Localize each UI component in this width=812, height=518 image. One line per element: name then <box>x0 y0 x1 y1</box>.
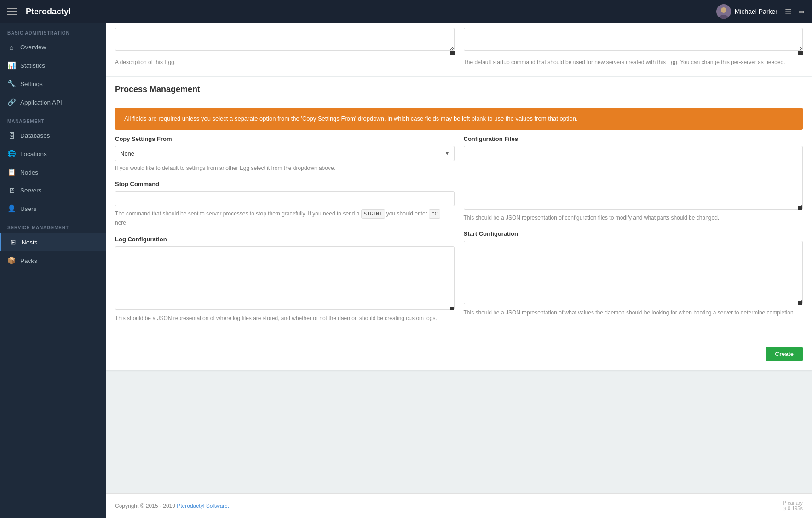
service-management-label: Service Management <box>0 218 106 233</box>
sidebar-item-databases[interactable]: 🗄 Databases <box>0 127 106 145</box>
sidebar-label-databases: Databases <box>20 132 50 139</box>
copyright-text: Copyright © 2015 - 2019 <box>115 503 177 509</box>
section-title: Process Management <box>115 85 803 94</box>
config-files-textarea[interactable] <box>464 146 803 210</box>
navbar-user: Michael Parker <box>716 4 777 19</box>
footer-copyright: Copyright © 2015 - 2019 Pterodactyl Soft… <box>115 503 229 509</box>
sidebar-item-overview[interactable]: ⌂ Overview <box>0 38 106 56</box>
log-config-textarea[interactable] <box>115 246 455 310</box>
stop-command-input[interactable] <box>115 191 455 206</box>
main-content: A description of this Egg. The default s… <box>106 23 812 518</box>
navbar-left: Pterodactyl <box>7 7 71 17</box>
sidebar: Basic Administration ⌂ Overview 📊 Statis… <box>0 23 106 518</box>
sidebar-item-nests[interactable]: ⊞ Nests <box>0 233 106 251</box>
app-brand: Pterodactyl <box>26 7 71 17</box>
start-config-label: Start Configuration <box>464 230 803 237</box>
config-files-resize-handle <box>798 206 802 210</box>
sidebar-label-statistics: Statistics <box>20 62 45 69</box>
egg-desc-text: A description of this Egg. <box>115 58 176 66</box>
nests-icon: ⊞ <box>9 238 17 246</box>
packs-icon: 📦 <box>7 256 16 265</box>
startup-cmd-col: The default startup command that should … <box>464 28 803 66</box>
stop-command-group: Stop Command The command that should be … <box>115 180 455 228</box>
navbar-right: Michael Parker ☰ ⇒ <box>716 4 805 19</box>
startup-cmd-textarea[interactable] <box>464 28 803 51</box>
process-management-card: Process Management All fields are requir… <box>106 77 812 370</box>
servers-icon: 🖥 <box>7 186 16 194</box>
sidebar-label-packs: Packs <box>20 257 37 264</box>
resize-handle-2 <box>798 51 803 55</box>
alert-text: All fields are required unless you selec… <box>124 115 578 122</box>
copy-settings-group: Copy Settings From None ▼ If you would l… <box>115 135 455 172</box>
ctrl-c-badge: ^C <box>429 209 440 219</box>
copy-settings-select[interactable]: None <box>115 146 455 161</box>
log-config-label: Log Configuration <box>115 236 455 243</box>
list-icon[interactable]: ☰ <box>785 7 791 16</box>
app-body: Basic Administration ⌂ Overview 📊 Statis… <box>0 23 812 518</box>
left-column: Copy Settings From None ▼ If you would l… <box>115 135 455 331</box>
startup-desc-text: The default startup command that should … <box>464 58 785 66</box>
right-column: Configuration Files This should be a JSO… <box>464 135 803 331</box>
home-icon: ⌂ <box>7 43 16 51</box>
stop-cmd-desc-2: you should enter <box>386 210 427 217</box>
sidebar-label-nodes: Nodes <box>20 169 38 176</box>
log-config-textarea-wrapper <box>115 246 455 311</box>
sidebar-item-statistics[interactable]: 📊 Statistics <box>0 56 106 75</box>
start-config-resize-handle <box>798 301 802 305</box>
basic-admin-label: Basic Administration <box>0 23 106 38</box>
sidebar-label-users: Users <box>20 205 36 212</box>
svg-point-1 <box>721 7 726 13</box>
egg-description-textarea[interactable] <box>115 28 455 51</box>
management-label: Management <box>0 111 106 127</box>
logout-icon[interactable]: ⇒ <box>799 7 805 16</box>
statistics-icon: 📊 <box>7 61 16 70</box>
sidebar-item-nodes[interactable]: 📋 Nodes <box>0 163 106 181</box>
egg-desc-col: A description of this Egg. <box>115 28 455 66</box>
alert-orange: All fields are required unless you selec… <box>115 108 803 130</box>
sidebar-item-application-api[interactable]: 🔗 Application API <box>0 93 106 111</box>
stop-cmd-desc-1: The command that should be sent to serve… <box>115 210 359 217</box>
stop-command-desc: The command that should be sent to serve… <box>115 209 455 228</box>
avatar <box>716 4 731 19</box>
sidebar-item-servers[interactable]: 🖥 Servers <box>0 181 106 199</box>
copy-settings-select-wrapper: None ▼ <box>115 146 455 161</box>
log-config-desc: This should be a JSON representation of … <box>115 314 455 322</box>
start-config-textarea-wrapper <box>464 241 803 306</box>
locations-icon: 🌐 <box>7 150 16 158</box>
copy-settings-desc: If you would like to default to settings… <box>115 164 455 172</box>
sigint-badge: SIGINT <box>361 209 385 219</box>
footer-right: P canary ⊙ 0.195s <box>782 500 803 512</box>
sidebar-label-nests: Nests <box>22 239 38 246</box>
user-name: Michael Parker <box>735 8 777 15</box>
copy-settings-label: Copy Settings From <box>115 135 455 142</box>
sidebar-item-users[interactable]: 👤 Users <box>0 199 106 218</box>
hamburger-icon[interactable] <box>7 8 17 15</box>
sidebar-item-locations[interactable]: 🌐 Locations <box>0 145 106 163</box>
create-button[interactable]: Create <box>766 347 803 361</box>
sidebar-item-packs[interactable]: 📦 Packs <box>0 251 106 270</box>
top-partial-card: A description of this Egg. The default s… <box>106 23 812 76</box>
sidebar-label-locations: Locations <box>20 151 47 157</box>
navbar: Pterodactyl Michael Parker ☰ ⇒ <box>0 0 812 23</box>
config-files-group: Configuration Files This should be a JSO… <box>464 135 803 222</box>
start-config-desc: This should be a JSON representation of … <box>464 308 803 317</box>
start-config-textarea[interactable] <box>464 241 803 304</box>
sidebar-label-servers: Servers <box>20 187 42 194</box>
sidebar-item-settings[interactable]: 🔧 Settings <box>0 75 106 93</box>
databases-icon: 🗄 <box>7 132 16 140</box>
nodes-icon: 📋 <box>7 168 16 176</box>
users-icon: 👤 <box>7 204 16 213</box>
log-config-group: Log Configuration This should be a JSON … <box>115 236 455 322</box>
create-row: Create <box>106 342 812 370</box>
sidebar-label-overview: Overview <box>20 44 46 51</box>
sidebar-label-settings: Settings <box>20 81 43 87</box>
config-files-textarea-wrapper <box>464 146 803 211</box>
footer-link[interactable]: Pterodactyl Software. <box>177 503 229 509</box>
footer-time: ⊙ 0.195s <box>782 506 803 512</box>
section-header: Process Management <box>106 77 812 102</box>
config-files-desc: This should be a JSON representation of … <box>464 214 803 222</box>
settings-icon: 🔧 <box>7 80 16 88</box>
content-area: A description of this Egg. The default s… <box>106 23 812 493</box>
sidebar-label-application-api: Application API <box>20 99 62 106</box>
top-partial-row: A description of this Egg. The default s… <box>115 28 803 66</box>
